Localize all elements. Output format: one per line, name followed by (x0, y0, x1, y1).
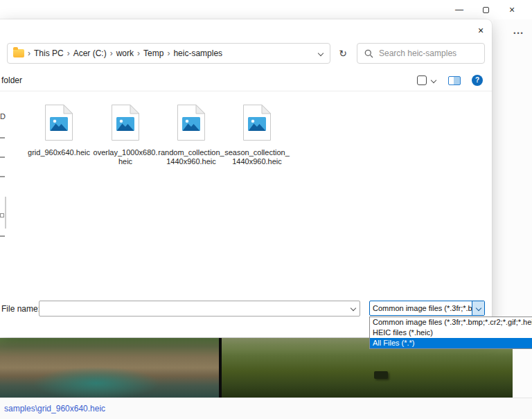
view-mode-button[interactable] (417, 75, 437, 85)
filetype-option[interactable]: HEIC files (*.heic) (370, 328, 532, 338)
file-name: grid_960x640.heic (26, 148, 92, 157)
file-item[interactable]: overlay_1000x680.heic (92, 104, 159, 166)
filetype-option-selected[interactable]: All Files (*.*) (370, 338, 532, 348)
filename-input[interactable] (39, 304, 347, 314)
status-file-path: samples\grid_960x640.heic (4, 404, 105, 413)
chevron-down-icon (430, 77, 437, 84)
address-bar[interactable]: › This PC › Acer (C:) › work › Temp › he… (7, 43, 330, 64)
address-history-chevron-icon[interactable] (317, 50, 324, 57)
refresh-button[interactable]: ↻ (335, 46, 351, 61)
filename-row: File name: Common image files (*.3fr;*.b… (0, 301, 492, 317)
nav-pane-item-stub (0, 235, 5, 237)
help-icon: ? (475, 76, 479, 84)
file-item[interactable]: random_collection_1440x960.heic (158, 104, 224, 166)
chevron-down-icon (475, 305, 482, 312)
minimize-icon: — (455, 5, 463, 15)
filename-combobox (39, 301, 360, 317)
search-input[interactable] (379, 48, 477, 58)
breadcrumb-separator-icon: › (137, 48, 140, 58)
more-options-button[interactable]: ••• (508, 28, 529, 39)
filename-dropdown-button[interactable] (347, 305, 360, 312)
breadcrumb-item-heic-samples[interactable]: heic-samples (173, 48, 222, 58)
photo-canyon-pool (0, 338, 219, 398)
breadcrumb-item-temp[interactable]: Temp (143, 48, 163, 58)
maximize-icon (483, 7, 489, 13)
breadcrumb-item-acer-c[interactable]: Acer (C:) (73, 48, 107, 58)
filename-label: File name: (1, 304, 40, 314)
file-name: random_collection_1440x960.heic (158, 148, 224, 166)
breadcrumb-separator-icon: › (110, 48, 113, 58)
folder-icon[interactable] (13, 49, 24, 57)
open-file-dialog: × › This PC › Acer (C:) › work › Temp › … (0, 19, 492, 337)
file-item[interactable]: grid_960x640.heic (26, 104, 92, 157)
dialog-toolbar: folder ? (0, 72, 492, 90)
image-file-icon (177, 104, 206, 141)
preview-pane-icon (448, 76, 461, 85)
hay-bale (374, 371, 388, 379)
file-item[interactable]: season_collection_1440x960.heic (224, 104, 290, 166)
search-box (357, 43, 485, 64)
preview-pane-button[interactable] (448, 76, 461, 85)
new-folder-button[interactable]: folder (1, 75, 22, 85)
image-file-icon (242, 104, 272, 141)
close-icon: × (509, 4, 515, 15)
breadcrumb-separator-icon: › (67, 48, 70, 58)
file-name: season_collection_1440x960.heic (224, 148, 290, 166)
close-button[interactable]: × (507, 3, 517, 16)
breadcrumb-item-work[interactable]: work (116, 48, 134, 58)
filetype-dropdown-list: Common image files (*.3fr;*.bmp;*.cr2;*.… (369, 317, 532, 349)
filetype-combobox[interactable]: Common image files (*.3fr;*.bn (369, 301, 485, 316)
help-button[interactable]: ? (472, 75, 483, 86)
address-row: › This PC › Acer (C:) › work › Temp › he… (0, 43, 492, 64)
view-mode-icon (417, 75, 427, 85)
image-file-icon (111, 104, 140, 141)
search-icon (364, 49, 373, 58)
minimize-button[interactable]: — (454, 3, 464, 16)
breadcrumb-item-this-pc[interactable]: This PC (34, 48, 64, 58)
file-list: grid_960x640.heic overlay_1000x680.heic … (0, 104, 492, 222)
filetype-option[interactable]: Common image files (*.3fr;*.bmp;*.cr2;*.… (370, 317, 532, 328)
breadcrumb-separator-icon: › (167, 48, 170, 58)
image-file-icon (44, 104, 73, 141)
file-name: overlay_1000x680.heic (92, 148, 159, 166)
maximize-button[interactable] (481, 3, 490, 16)
dialog-close-button[interactable]: × (474, 24, 488, 37)
parent-titlebar: — × (0, 0, 532, 19)
toolbar-divider (0, 91, 492, 91)
chevron-down-icon (350, 305, 357, 312)
filetype-value: Common image files (*.3fr;*.bn (370, 301, 472, 315)
filetype-dropdown-button[interactable] (472, 301, 484, 315)
status-bar: samples\grid_960x640.heic (0, 398, 532, 419)
breadcrumb-separator-icon: › (28, 48, 30, 58)
